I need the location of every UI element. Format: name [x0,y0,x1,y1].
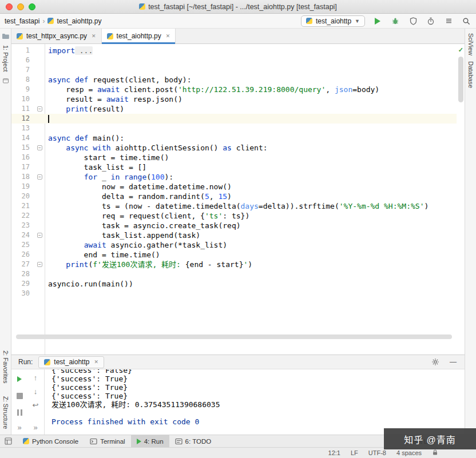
tool-window-button-sciview[interactable]: SciView [467,33,474,55]
code-line[interactable]: 28 [11,269,465,279]
code-line[interactable]: 11 print(result) [11,104,465,114]
code-line[interactable]: 26 end = time.time() [11,250,465,260]
line-number[interactable]: 22 [11,211,33,221]
code-line[interactable]: 16 start = time.time() [11,153,465,162]
minimize-window-button[interactable] [17,3,24,10]
line-number[interactable]: 23 [11,221,33,230]
indent-setting[interactable]: 4 spaces [396,449,422,456]
tool-window-button-project[interactable]: 1: Project [2,45,9,71]
toolbar-overflow-icon[interactable]: » [33,424,37,431]
line-number[interactable]: 11 [11,104,33,114]
code-line[interactable]: 22 req = request(client, {'ts': ts}) [11,211,465,221]
caret-position[interactable]: 12:1 [328,449,340,456]
code-line[interactable]: 9 resp = await client.post('http://122.5… [11,85,465,94]
line-number[interactable]: 7 [11,65,33,75]
run-console[interactable]: {'success': False}{'success': True}{'suc… [45,369,465,435]
fold-gutter[interactable] [33,172,45,182]
line-number[interactable]: 29 [11,279,33,289]
file-encoding[interactable]: UTF-8 [368,449,386,456]
close-icon[interactable]: ✕ [166,33,170,39]
search-everywhere-button[interactable] [461,16,471,26]
toolbar-overflow-icon[interactable]: » [17,424,21,431]
tab-test-aiohttp[interactable]: test_aiohttp.py ✕ [102,29,176,43]
tool-window-button-python-console[interactable]: Python Console [17,435,84,447]
code-line[interactable]: 29asyncio.run(main()) [11,279,465,289]
line-number[interactable]: 26 [11,250,33,260]
tool-window-button-favorites[interactable]: 2: Favorites [2,351,9,383]
code-line[interactable]: 1import ... [11,46,465,55]
code-line[interactable]: 14async def main(): [11,133,465,143]
line-number[interactable]: 25 [11,240,33,250]
line-number[interactable]: 6 [11,55,33,65]
fold-gutter[interactable] [33,104,45,114]
code-line[interactable]: 30 [11,289,465,298]
code-line[interactable]: 15 async with aiohttp.ClientSession() as… [11,143,465,153]
line-number[interactable]: 18 [11,172,33,182]
code-line[interactable]: 20 delta = random.randint(5, 15) [11,192,465,201]
line-number[interactable]: 14 [11,133,33,143]
down-stack-trace-button[interactable]: ↓ [34,388,38,395]
code-line[interactable]: 10 result = await resp.json() [11,94,465,104]
line-number[interactable]: 24 [11,230,33,240]
settings-gear-button[interactable] [430,357,441,367]
services-button[interactable] [443,16,454,26]
code-line[interactable]: 8async def request(client, body): [11,75,465,85]
line-number[interactable]: 28 [11,269,33,279]
coverage-button[interactable] [408,16,418,26]
line-number[interactable]: 16 [11,153,33,162]
tool-window-button-structure[interactable]: Z: Structure [2,396,9,429]
line-number[interactable]: 13 [11,124,33,133]
profiler-button[interactable] [426,16,436,26]
soft-wrap-button[interactable]: ↩ [33,401,39,409]
fold-marker-icon[interactable] [37,145,42,150]
line-ending[interactable]: LF [351,449,358,456]
run-button[interactable] [372,16,383,26]
code-line[interactable]: 6 [11,55,465,65]
code-line[interactable]: 18 for _ in range(100): [11,172,465,182]
fold-marker-icon[interactable] [37,262,42,267]
code-line[interactable]: 19 now = datetime.datetime.now() [11,182,465,192]
code-line[interactable]: 7 [11,65,465,75]
close-icon[interactable]: ✕ [92,33,96,39]
code-line[interactable]: 12 [11,114,465,124]
breadcrumb-file[interactable]: test_aiohttp.py [57,17,101,25]
code-line[interactable]: 13 [11,124,465,133]
run-configuration-select[interactable]: test_aiohttp ▼ [301,15,365,27]
code-line[interactable]: 21 ts = (now - datetime.timedelta(days=d… [11,201,465,211]
breadcrumb-project[interactable]: test_fastapi [5,17,39,25]
tool-window-button-todo[interactable]: 6: TODO [169,435,217,447]
tool-window-button-terminal[interactable]: Terminal [84,435,130,447]
line-number[interactable]: 12 [11,114,33,124]
fold-marker-icon[interactable] [37,174,42,180]
line-number[interactable]: 19 [11,182,33,192]
fold-gutter[interactable] [33,260,45,269]
line-number[interactable]: 21 [11,201,33,211]
hide-panel-button[interactable]: — [450,358,457,366]
readonly-lock-button[interactable] [432,449,438,457]
pause-output-button[interactable] [14,407,25,417]
zoom-window-button[interactable] [29,3,35,10]
run-tab[interactable]: test_aiohttp ✕ [38,356,104,368]
line-number[interactable]: 1 [11,46,33,55]
code-line[interactable]: 23 task = asyncio.create_task(req) [11,221,465,230]
line-number[interactable]: 30 [11,289,33,298]
close-icon[interactable]: ✕ [94,359,98,365]
line-number[interactable]: 17 [11,162,33,172]
code-line[interactable]: 25 await asyncio.gather(*task_list) [11,240,465,250]
fold-marker-icon[interactable] [37,233,42,238]
line-number[interactable]: 20 [11,192,33,201]
stop-button[interactable] [14,391,25,401]
tool-windows-grid-button[interactable] [5,437,12,445]
line-number[interactable]: 8 [11,75,33,85]
tab-test-httpx-async[interactable]: test_httpx_async.py ✕ [11,29,102,43]
fold-gutter[interactable] [33,143,45,153]
code-editor[interactable]: 1import ...678async def request(client, … [11,44,465,355]
code-lines[interactable]: 1import ...678async def request(client, … [11,44,465,298]
close-window-button[interactable] [6,3,13,10]
fold-gutter[interactable] [33,230,45,240]
up-stack-trace-button[interactable]: ↑ [34,374,38,381]
line-number[interactable]: 15 [11,143,33,153]
fold-marker-icon[interactable] [37,106,42,111]
line-number[interactable]: 9 [11,85,33,94]
code-line[interactable]: 17 task_list = [] [11,162,465,172]
